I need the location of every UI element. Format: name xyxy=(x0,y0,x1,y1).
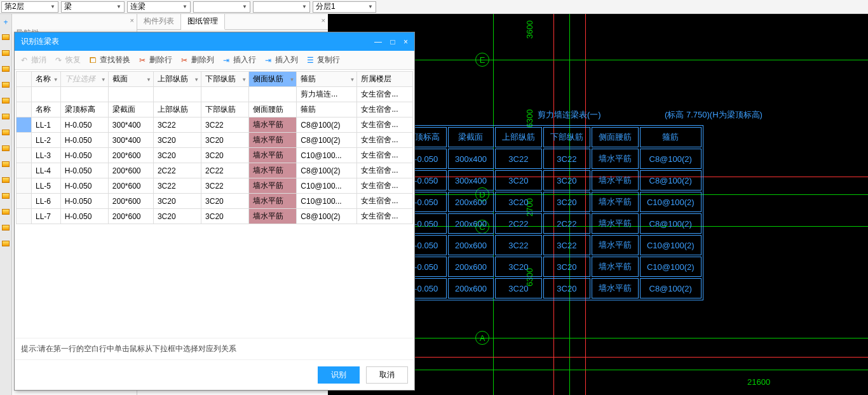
cell[interactable] xyxy=(108,87,153,102)
row-header[interactable] xyxy=(17,87,32,102)
cell[interactable]: C8@100(2) xyxy=(297,163,357,178)
cell[interactable]: C8@100(2) xyxy=(297,117,357,133)
cell[interactable]: 3C22 xyxy=(153,117,201,133)
cell[interactable]: 女生宿舍... xyxy=(357,87,413,102)
cell[interactable]: 女生宿舍... xyxy=(357,133,413,148)
cell[interactable]: 女生宿舍... xyxy=(357,117,413,133)
toolbox-item[interactable] xyxy=(2,114,10,119)
cell[interactable]: 3C20 xyxy=(201,148,249,163)
cell[interactable]: 墙水平筋 xyxy=(249,163,297,178)
cell[interactable]: 女生宿舍... xyxy=(357,148,413,163)
row-header[interactable] xyxy=(17,178,32,194)
toolbox-item[interactable] xyxy=(2,50,10,56)
cell[interactable]: H-0.050 xyxy=(60,209,108,224)
cell[interactable]: 200*600 xyxy=(108,163,153,178)
cell[interactable] xyxy=(201,87,249,102)
copy-row-button[interactable]: ☰复制行 xyxy=(306,55,340,65)
extra1-select[interactable]: ▼ xyxy=(193,1,250,13)
table-row[interactable]: LL-4H-0.050200*6002C222C22墙水平筋C8@100(2)女… xyxy=(17,163,413,178)
cell[interactable]: LL-6 xyxy=(32,194,61,209)
toolbox-item[interactable] xyxy=(2,241,10,246)
table-row[interactable]: 名称梁顶标高梁截面上部纵筋下部纵筋侧面腰筋箍筋女生宿舍... xyxy=(17,102,413,117)
toolbox-item[interactable] xyxy=(2,161,10,167)
cell[interactable]: 剪力墙连... xyxy=(297,87,357,102)
extra2-select[interactable]: ▼ xyxy=(253,1,310,13)
beam-table[interactable]: 名称▼ 下拉选择▼ 截面▼ 上部纵筋▼ 下部纵筋▼ 侧面纵筋▼ 箍筋▼ 所属楼层… xyxy=(16,71,413,224)
cell[interactable]: 名称 xyxy=(32,102,61,117)
close-icon[interactable]: × xyxy=(322,17,325,24)
toolbox-item[interactable] xyxy=(2,82,10,88)
cell[interactable]: 下部纵筋 xyxy=(201,102,249,117)
row-header[interactable] xyxy=(17,148,32,163)
table-row[interactable]: LL-5H-0.050200*6003C223C22墙水平筋C10@100...… xyxy=(17,178,413,194)
toolbox-item[interactable] xyxy=(2,130,10,135)
maximize-icon[interactable]: □ xyxy=(390,37,395,46)
insert-col-button[interactable]: ⇥插入列 xyxy=(264,55,298,65)
delete-col-button[interactable]: ✂删除列 xyxy=(180,55,214,65)
dialog-titlebar[interactable]: 识别连梁表 — □ × xyxy=(15,32,414,51)
cell[interactable]: H-0.050 xyxy=(60,133,108,148)
close-icon[interactable]: × xyxy=(403,37,408,46)
identify-button[interactable]: 识别 xyxy=(318,366,360,384)
cell[interactable]: 200*600 xyxy=(108,209,153,224)
cell[interactable]: 女生宿舍... xyxy=(357,178,413,194)
tab-drawing-manage[interactable]: 图纸管理 xyxy=(181,14,225,30)
cell[interactable]: LL-7 xyxy=(32,209,61,224)
toolbox-item[interactable] xyxy=(2,98,10,104)
cell[interactable]: LL-5 xyxy=(32,178,61,194)
cell[interactable]: 2C22 xyxy=(201,163,249,178)
row-header[interactable] xyxy=(17,209,32,224)
cell[interactable]: 3C20 xyxy=(153,209,201,224)
cell[interactable]: 上部纵筋 xyxy=(153,102,201,117)
layer-select[interactable]: 分层1▼ xyxy=(313,1,376,13)
cell[interactable] xyxy=(60,87,108,102)
col-name[interactable]: 名称▼ xyxy=(32,72,61,87)
toolbox-item[interactable] xyxy=(2,66,10,72)
cell[interactable]: 女生宿舍... xyxy=(357,102,413,117)
cell[interactable]: LL-2 xyxy=(32,133,61,148)
col-floor[interactable]: 所属楼层 xyxy=(357,72,413,87)
cell[interactable]: 3C22 xyxy=(201,117,249,133)
table-row[interactable]: LL-2H-0.050300*4003C203C20墙水平筋C8@100(2)女… xyxy=(17,133,413,148)
cell[interactable]: 3C22 xyxy=(153,178,201,194)
cell[interactable] xyxy=(153,87,201,102)
cell[interactable]: 女生宿舍... xyxy=(357,209,413,224)
table-row[interactable]: LL-3H-0.050200*6003C203C20墙水平筋C10@100...… xyxy=(17,148,413,163)
cell[interactable]: 墙水平筋 xyxy=(249,194,297,209)
cell[interactable]: 墙水平筋 xyxy=(249,148,297,163)
cell[interactable]: 墙水平筋 xyxy=(249,133,297,148)
cell[interactable] xyxy=(249,87,297,102)
cell[interactable]: 墙水平筋 xyxy=(249,209,297,224)
toolbox-item[interactable] xyxy=(2,209,10,215)
cell[interactable]: 3C20 xyxy=(153,194,201,209)
cell[interactable]: 3C22 xyxy=(201,178,249,194)
cell[interactable]: H-0.050 xyxy=(60,178,108,194)
cell[interactable]: C10@100... xyxy=(297,178,357,194)
col-section[interactable]: 截面▼ xyxy=(108,72,153,87)
tab-component-list[interactable]: 构件列表 xyxy=(137,14,181,29)
toolbox-item[interactable] xyxy=(2,177,10,183)
cell[interactable]: 3C20 xyxy=(153,133,201,148)
delete-row-button[interactable]: ✂删除行 xyxy=(138,55,172,65)
floor-select[interactable]: 第2层▼ xyxy=(1,1,58,13)
cell[interactable]: 3C20 xyxy=(201,194,249,209)
cell[interactable]: C8@100(2) xyxy=(297,133,357,148)
col-hint[interactable]: 下拉选择▼ xyxy=(60,72,108,87)
corner-cell[interactable] xyxy=(17,72,32,87)
subtype-select[interactable]: 连梁▼ xyxy=(127,1,191,13)
insert-row-button[interactable]: ⇥插入行 xyxy=(222,55,256,65)
row-header[interactable] xyxy=(17,117,32,133)
cell[interactable]: 墙水平筋 xyxy=(249,178,297,194)
cell[interactable]: H-0.050 xyxy=(60,117,108,133)
toolbox-item[interactable] xyxy=(2,145,10,151)
cell[interactable]: C8@100(2) xyxy=(297,209,357,224)
cell[interactable]: C10@100... xyxy=(297,148,357,163)
row-header[interactable] xyxy=(17,102,32,117)
cell[interactable]: 3C20 xyxy=(201,209,249,224)
find-replace-button[interactable]: ⧠查找替换 xyxy=(88,55,130,65)
col-stirrup[interactable]: 箍筋▼ xyxy=(297,72,357,87)
cell[interactable]: 墙水平筋 xyxy=(249,117,297,133)
cancel-button[interactable]: 取消 xyxy=(366,366,408,384)
cell[interactable]: 2C22 xyxy=(153,163,201,178)
table-row[interactable]: 剪力墙连...女生宿舍... xyxy=(17,87,413,102)
